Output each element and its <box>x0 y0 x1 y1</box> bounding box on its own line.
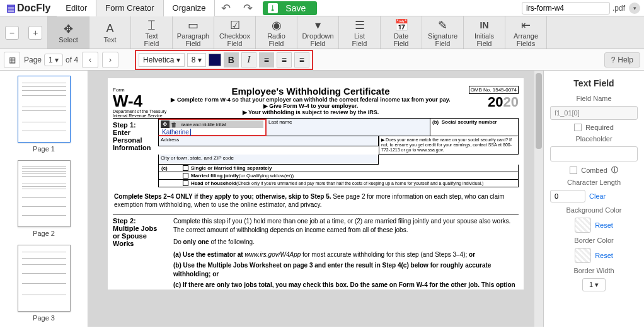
tool-text-field[interactable]: ⌶Text Field <box>131 16 173 49</box>
help-button[interactable]: ?Help <box>604 52 640 67</box>
tool-date-field[interactable]: 📅Date Field <box>381 16 422 49</box>
signature-icon: ✎ <box>438 18 447 32</box>
chk-single[interactable] <box>183 165 188 171</box>
delete-field-icon[interactable]: 🗑 <box>171 121 177 128</box>
file-menu-dropdown[interactable]: ▾ <box>629 3 640 14</box>
borderwidth-select[interactable]: 1 ▾ <box>582 278 606 291</box>
tool-text[interactable]: AText <box>89 16 131 49</box>
textfield-icon: ⌶ <box>148 18 155 32</box>
tab-editor[interactable]: Editor <box>57 0 96 16</box>
name-match-note: ▶ Does your name match the name on your … <box>379 136 519 155</box>
checkbox-icon: ☑ <box>230 18 240 32</box>
tool-list-field[interactable]: ☰List Field <box>339 16 381 49</box>
radio-icon: ◉ <box>272 18 282 32</box>
first-name-value[interactable]: Katherine <box>161 129 191 136</box>
thumb-label-2: Page 2 <box>0 230 88 237</box>
tool-radio-field[interactable]: ◉Radio Field <box>256 16 297 49</box>
properties-panel: Text Field Field Name f1_01[0] Required … <box>543 71 644 327</box>
canvas[interactable]: FormW-4Department of the Treasury Intern… <box>88 71 543 327</box>
thumbnail-panel: Page 1 Page 2 Page 3 <box>0 71 88 327</box>
ssn-field[interactable]: (b) Social security number <box>430 119 519 136</box>
redo-button[interactable]: ↷ <box>237 1 259 15</box>
required-checkbox[interactable] <box>574 124 582 131</box>
placeholder-input[interactable] <box>550 146 638 161</box>
text-icon: A <box>106 22 113 36</box>
tool-initials-field[interactable]: INInitials Field <box>464 16 505 49</box>
thumb-page-1[interactable] <box>18 76 71 143</box>
move-handle-icon[interactable]: ✥ <box>161 120 170 128</box>
combed-checkbox[interactable] <box>570 167 577 174</box>
placeholder-label: Placeholder <box>550 135 638 143</box>
dropdown-icon: ▾ <box>315 18 321 32</box>
tab-organize[interactable]: Organize <box>164 0 216 16</box>
zoom-out-button[interactable]: − <box>5 26 19 40</box>
next-page-button[interactable]: › <box>102 52 118 68</box>
list-icon: ☰ <box>355 18 365 32</box>
bordercolor-label: Border Color <box>550 237 638 244</box>
zoom-in-button[interactable]: + <box>28 26 42 40</box>
help-icon: ? <box>611 56 616 64</box>
bg-color-swatch[interactable] <box>575 218 591 233</box>
charlen-label: Character Length <box>550 179 638 186</box>
arrange-icon: ⇤ <box>521 18 531 32</box>
logo: ▤DocFly <box>0 2 57 14</box>
tool-select[interactable]: ✥Select <box>48 16 89 49</box>
move-icon: ✥ <box>64 22 73 36</box>
file-ext: .pdf <box>612 4 625 13</box>
filename-input[interactable] <box>522 2 610 15</box>
tool-paragraph-field[interactable]: ▭Paragraph Field <box>173 16 214 49</box>
thumbnails-toggle[interactable]: ▦ <box>4 52 20 68</box>
date-icon: 📅 <box>394 18 408 32</box>
thumb-page-3[interactable] <box>18 245 71 312</box>
first-name-field[interactable]: ✥🗑 name and middle initial Katherine <box>158 119 267 136</box>
page-label: Page <box>24 56 42 64</box>
align-center-button[interactable]: ≡ <box>277 52 292 67</box>
border-color-swatch[interactable] <box>575 248 591 263</box>
pdf-page: FormW-4Department of the Treasury Intern… <box>108 78 524 290</box>
font-color-picker[interactable] <box>209 54 221 66</box>
paragraph-icon: ▭ <box>188 18 198 32</box>
thumb-label-3: Page 3 <box>0 314 88 322</box>
fieldname-label: Field Name <box>550 95 638 102</box>
clear-link[interactable]: Clear <box>589 192 606 200</box>
page-total: of 4 <box>66 56 78 64</box>
tool-arrange-fields[interactable]: ⇤Arrange Fields <box>505 16 547 49</box>
bg-label: Background Color <box>550 206 638 214</box>
align-left-button[interactable]: ≡ <box>259 52 274 67</box>
border-reset-link[interactable]: Reset <box>595 252 613 259</box>
font-select[interactable]: Helvetica ▾ <box>139 53 185 67</box>
panel-title: Text Field <box>550 78 638 88</box>
thumb-label-1: Page 1 <box>0 145 88 153</box>
last-name-field[interactable]: Last name <box>267 119 430 136</box>
bold-button[interactable]: B <box>224 52 239 67</box>
thumb-page-2[interactable] <box>18 160 71 227</box>
align-right-button[interactable]: ≡ <box>294 52 309 67</box>
tool-checkbox-field[interactable]: ☑Checkbox Field <box>214 16 256 49</box>
italic-button[interactable]: I <box>241 52 256 67</box>
logo-icon: ▤ <box>6 2 16 14</box>
chk-mfj[interactable] <box>183 173 188 179</box>
initials-icon: IN <box>480 18 489 32</box>
tool-signature-field[interactable]: ✎Signature Field <box>422 16 464 49</box>
save-button[interactable]: ⭳Save <box>263 1 317 15</box>
city-field[interactable]: City or town, state, and ZIP code <box>158 155 379 165</box>
prev-page-button[interactable]: ‹ <box>82 52 98 68</box>
borderwidth-label: Border Width <box>550 267 638 274</box>
tab-form-creator[interactable]: Form Creator <box>96 0 163 16</box>
info-icon[interactable]: ⓘ <box>611 165 618 175</box>
undo-button[interactable]: ↶ <box>215 1 237 15</box>
tool-dropdown-field[interactable]: ▾Dropdown Field <box>297 16 339 49</box>
bg-reset-link[interactable]: Reset <box>595 221 613 229</box>
chk-hoh[interactable] <box>183 180 188 186</box>
vertical-scrollbar[interactable] <box>534 71 543 327</box>
address-field[interactable]: Address <box>158 136 379 146</box>
fieldname-input[interactable]: f1_01[0] <box>550 106 638 120</box>
format-toolbar: Helvetica ▾ 8 ▾ B I ≡ ≡ ≡ <box>135 50 313 70</box>
fontsize-select[interactable]: 8 ▾ <box>187 53 206 67</box>
charlen-input[interactable] <box>550 190 585 202</box>
save-icon: ⭳ <box>268 3 278 13</box>
page-select[interactable]: 1 ▾ <box>44 54 63 66</box>
